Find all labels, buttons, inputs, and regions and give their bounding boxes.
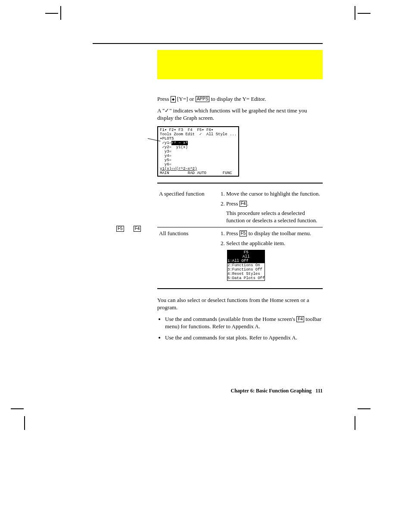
intro-line-2: A "✓" indicates which functions will be … <box>157 107 323 122</box>
table-bottom-rule <box>157 288 323 289</box>
menu-screenshot: F5 All1:All Off2:Functions On 3:Function… <box>227 250 265 281</box>
bullet-list: Use the and commands (available from the… <box>157 316 323 342</box>
crop-mark <box>11 408 24 409</box>
page: F5 F4 Press [Y=] or APPS to display the … <box>0 0 411 532</box>
step: Select the applicable item. <box>226 240 321 247</box>
crop-mark <box>355 416 355 430</box>
table-row: A specified function Move the cursor to … <box>157 188 323 227</box>
intro-line-1: Press [Y=] or APPS to display the Y= Edi… <box>157 96 323 103</box>
calculator-screenshot: F1▾ F2▾ F3 F4 F5▾ F6▾ Tools Zoom Edit ✓ … <box>157 126 239 177</box>
chapter-title: Chapter 6: Basic Function Graphing <box>231 388 312 394</box>
crop-mark <box>60 6 61 20</box>
step: Move the cursor to highlight the functio… <box>226 190 321 198</box>
instruction-table: A specified function Move the cursor to … <box>157 188 323 284</box>
table-row: All functions Press F5 to display the to… <box>157 227 323 284</box>
apps-key-icon: APPS <box>196 96 210 102</box>
diamond-key-icon <box>171 96 176 103</box>
table-top-rule <box>157 183 323 184</box>
top-rule <box>93 43 323 44</box>
table-cell: Move the cursor to highlight the functio… <box>217 188 323 227</box>
f4-key-icon: F4 <box>240 201 247 207</box>
f4-key-icon: F4 <box>296 316 304 322</box>
crop-mark <box>24 416 25 430</box>
after-para: You can also select or deselect function… <box>157 297 323 311</box>
step: Press F5 to display the toolbar menu. <box>226 230 321 237</box>
table-cell: A specified function <box>157 188 217 227</box>
check-icon: ✓ <box>165 107 169 114</box>
content-area: Press [Y=] or APPS to display the Y= Edi… <box>93 96 323 346</box>
crop-mark <box>355 6 355 20</box>
table-cell: Press F5 to display the toolbar menu. Se… <box>217 227 323 284</box>
crop-mark <box>358 13 371 14</box>
table-cell: All functions <box>157 227 217 284</box>
f5-key-icon: F5 <box>240 230 247 236</box>
page-footer: Chapter 6: Basic Function Graphing 111 <box>231 388 323 395</box>
step-note: This procedure selects a deselected func… <box>226 210 321 224</box>
step: Press F4. <box>226 200 321 208</box>
list-item: Use the and commands for stat plots. Ref… <box>165 334 323 342</box>
list-item: Use the and commands (available from the… <box>165 316 323 330</box>
crop-mark <box>45 13 58 14</box>
highlight-band <box>157 50 323 79</box>
page-number: 111 <box>315 388 323 394</box>
crop-mark <box>358 408 371 409</box>
